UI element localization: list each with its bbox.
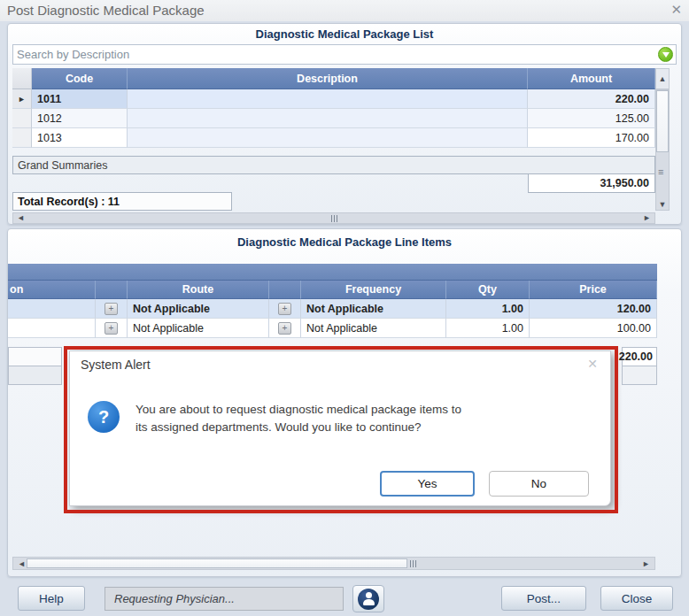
person-icon [358, 589, 379, 610]
grid2-summary-left-fragment [8, 366, 62, 385]
window-title: Post Diagnostic Medical Package [7, 3, 205, 18]
cell-route: Not Applicable [128, 299, 269, 319]
scroll-right-icon[interactable]: ► [643, 214, 651, 222]
cell-code: 1012 [32, 109, 128, 128]
line-items-title: Diagnostic Medical Package Line Items [7, 235, 682, 249]
system-alert-dialog: System Alert ✕ ? You are about to reques… [69, 350, 611, 506]
cell-route: Not Applicable [128, 319, 269, 338]
cell-code: 1013 [32, 128, 128, 148]
grid2-header-qty[interactable]: Qty [446, 281, 530, 299]
grid2-row3-left-fragment [8, 347, 62, 366]
cell-frequency-expand: + [269, 299, 301, 319]
cell-description [8, 319, 96, 338]
requesting-physician-input[interactable] [105, 588, 343, 610]
package-list-title: Diagnostic Medical Package List [7, 27, 682, 41]
grid2-header-price[interactable]: Price [530, 281, 657, 299]
expand-button[interactable]: + [105, 303, 118, 315]
cell-qty: 1.00 [446, 319, 530, 338]
expand-button[interactable]: + [278, 303, 291, 315]
grand-total-cell: 31,950.00 [528, 173, 655, 193]
post-diagnostic-window: Post Diagnostic Medical Package ✕ Diagno… [0, 0, 689, 616]
grid1-indicator-header [12, 68, 32, 89]
row-indicator-cell [12, 109, 32, 128]
scroll-left-icon[interactable]: ◄ [18, 560, 26, 568]
close-button[interactable]: Close [600, 586, 673, 611]
cell-amount: 125.00 [528, 109, 655, 128]
grand-summaries-label: Grand Summaries [18, 159, 107, 172]
row-indicator-icon: ► [18, 95, 26, 104]
question-icon: ? [88, 401, 120, 433]
help-button[interactable]: Help [18, 586, 85, 611]
size-grip-icon: ≡ [658, 166, 663, 177]
row-indicator-cell: ► [12, 89, 32, 109]
dialog-message-line2: its assigned departments. Would you like… [135, 419, 583, 436]
expand-button[interactable]: + [105, 322, 118, 335]
search-box [12, 44, 677, 65]
cell-frequency-expand: + [269, 319, 301, 338]
filter-icon[interactable] [658, 47, 673, 62]
requesting-physician-field [105, 587, 344, 611]
grid2-header-frequency-button-col [269, 281, 301, 299]
expand-button[interactable]: + [278, 322, 291, 335]
scroll-up-icon: ▲ [659, 75, 667, 83]
grid1-vscroll-thumb[interactable] [656, 90, 669, 152]
cell-description [128, 89, 528, 109]
dialog-message: You are about to request diagnostic medi… [135, 401, 583, 437]
row-indicator-cell [12, 128, 32, 148]
cell-route-expand: + [96, 319, 128, 338]
dialog-title: System Alert [81, 358, 151, 372]
cell-description [8, 299, 96, 319]
grid2-hscroll-thumb[interactable] [27, 558, 407, 568]
grid1-header-amount[interactable]: Amount [528, 68, 655, 89]
scroll-left-icon[interactable]: ◄ [17, 214, 25, 222]
scrollbar-grip [410, 560, 416, 567]
grid1-header-code[interactable]: Code [32, 68, 128, 89]
no-button[interactable]: No [489, 471, 589, 497]
cell-frequency: Not Applicable [301, 319, 446, 338]
cell-route-expand: + [96, 299, 128, 319]
grand-summaries-band: Grand Summaries [12, 156, 655, 174]
window-titlebar: Post Diagnostic Medical Package ✕ [0, 0, 689, 21]
grid2-header-route-button-col [96, 281, 128, 299]
yes-button[interactable]: Yes [380, 471, 475, 497]
grid1-header-description[interactable]: Description [128, 68, 528, 89]
grid2-row3-price-fragment: 220.00 [622, 347, 657, 366]
total-records-cell: Total Record(s) : 11 [12, 192, 232, 211]
grid1-scroll-down-button[interactable]: ▼ [655, 198, 670, 211]
cell-amount: 170.00 [528, 128, 655, 148]
grid2-header-description[interactable]: on [8, 281, 96, 299]
cell-description [128, 128, 528, 148]
grid2-summary-right-fragment [622, 366, 657, 385]
search-input[interactable] [17, 45, 650, 64]
grid2-horizontal-scrollbar[interactable]: ◄ ► [12, 557, 655, 570]
dialog-message-line1: You are about to request diagnostic medi… [135, 401, 583, 419]
dialog-close-icon[interactable]: ✕ [587, 357, 598, 371]
grid1-horizontal-scrollbar[interactable]: ◄ ► [12, 212, 655, 224]
cell-description [128, 109, 528, 128]
cell-price: 120.00 [530, 299, 657, 319]
grid2-group-band [8, 264, 657, 281]
cell-amount: 220.00 [528, 89, 655, 109]
post-button[interactable]: Post... [501, 586, 586, 611]
scroll-down-icon: ▼ [659, 201, 667, 209]
grid2-header-frequency[interactable]: Frequency [301, 281, 446, 299]
scroll-right-icon[interactable]: ► [642, 560, 650, 568]
physician-lookup-button[interactable] [352, 585, 384, 612]
cell-qty: 1.00 [446, 299, 530, 319]
cell-price: 100.00 [530, 319, 657, 338]
cell-frequency: Not Applicable [301, 299, 446, 319]
total-records-label: Total Record(s) : 11 [18, 196, 120, 208]
cell-code: 1011 [32, 89, 128, 109]
grid1-scroll-up-button[interactable]: ▲ [655, 68, 670, 89]
grid2-header-route[interactable]: Route [128, 281, 269, 299]
window-close-icon[interactable]: ✕ [670, 2, 682, 18]
scrollbar-grip [331, 215, 337, 222]
